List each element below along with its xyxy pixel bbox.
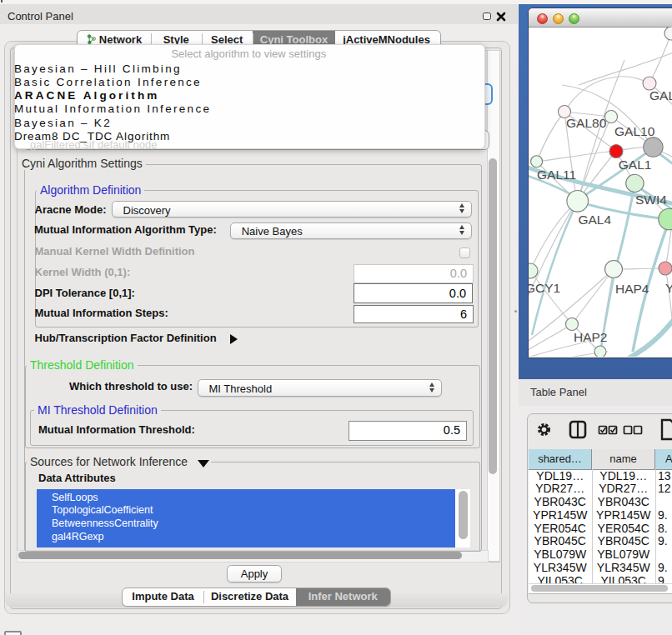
svg-text:GAL8: GAL8 [649, 88, 672, 102]
svg-text:YM: YM [665, 281, 672, 295]
svg-text:GAL80: GAL80 [566, 116, 607, 130]
svg-text:GAL1: GAL1 [618, 158, 651, 172]
svg-text:HAP2: HAP2 [574, 330, 608, 344]
svg-text:HAP4: HAP4 [615, 282, 649, 296]
svg-text:GAL4: GAL4 [578, 212, 611, 227]
svg-text:GAL11: GAL11 [537, 168, 576, 182]
svg-text:GAL10: GAL10 [614, 124, 655, 138]
svg-text:GCY1: GCY1 [529, 281, 560, 295]
svg-text:SWI4: SWI4 [635, 192, 667, 207]
